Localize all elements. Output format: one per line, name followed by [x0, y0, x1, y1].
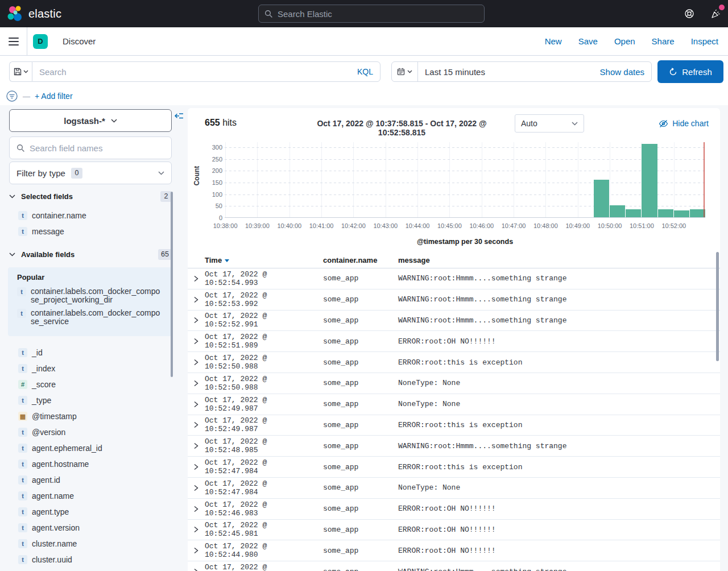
table-row: Oct 17, 2022 @ 10:52:45.981some_appERROR… — [188, 520, 720, 541]
field-item-_id[interactable]: t_id — [9, 345, 172, 361]
column-header-message[interactable]: message — [398, 256, 720, 264]
open-button[interactable]: Open — [614, 36, 635, 46]
filter-icon[interactable] — [6, 90, 18, 102]
field-search-input[interactable]: Search field names — [9, 136, 172, 159]
string-field-icon: t — [18, 444, 27, 453]
field-item-@timestamp[interactable]: ▦@timestamp — [9, 408, 172, 424]
field-item-agent.name[interactable]: tagent.name — [9, 488, 172, 504]
field-item-_type[interactable]: t_type — [9, 392, 172, 408]
field-item-agent.type[interactable]: tagent.type — [9, 504, 172, 520]
filter-by-type-button[interactable]: Filter by type 0 — [9, 162, 172, 184]
x-axis-tick-label: 10:45:00 — [431, 222, 468, 229]
expand-row-button[interactable] — [188, 442, 205, 449]
field-name: cluster.name — [32, 539, 77, 548]
search-icon — [16, 144, 25, 152]
histogram-bar[interactable] — [658, 209, 673, 218]
search-query-input[interactable]: Search KQL — [32, 61, 380, 82]
expand-row-button[interactable] — [188, 464, 205, 470]
field-item-agent.ephemeral_id[interactable]: tagent.ephemeral_id — [9, 440, 172, 456]
filter-divider: — — [23, 92, 30, 101]
current-time-marker — [704, 142, 705, 217]
newsfeed-button[interactable] — [710, 8, 721, 19]
table-row: Oct 17, 2022 @ 10:52:52.991some_appWARNI… — [188, 311, 720, 332]
sort-descending-icon[interactable] — [225, 259, 229, 262]
expand-row-button[interactable] — [188, 359, 205, 366]
interval-select[interactable]: Auto — [515, 114, 584, 133]
histogram-bar[interactable] — [626, 209, 641, 218]
expand-row-button[interactable] — [188, 317, 205, 324]
table-row: Oct 17, 2022 @ 10:52:47.984some_appNoneT… — [188, 478, 720, 499]
histogram-bar[interactable] — [594, 180, 609, 217]
field-item-agent.hostname[interactable]: tagent.hostname — [9, 456, 172, 472]
help-button[interactable] — [684, 8, 695, 19]
chevron-right-icon — [193, 338, 199, 345]
x-axis-tick-label: 10:46:00 — [464, 222, 500, 229]
expand-row-button[interactable] — [188, 547, 205, 554]
field-item-_index[interactable]: t_index — [9, 361, 172, 376]
field-item-container.name[interactable]: tcontainer.name — [9, 208, 172, 224]
index-pattern-selector[interactable]: logstash-* — [9, 109, 172, 132]
popular-label: Popular — [8, 273, 172, 282]
app-navbar: D Discover New Save Open Share Inspect — [0, 27, 728, 56]
collapse-sidebar-button[interactable] — [174, 111, 184, 121]
chevron-right-icon — [193, 421, 199, 428]
chevron-down-icon — [158, 171, 164, 175]
field-item-agent.id[interactable]: tagent.id — [9, 472, 172, 488]
expand-row-button[interactable] — [188, 275, 205, 282]
expand-row-button[interactable] — [188, 485, 205, 491]
hide-chart-button[interactable]: Hide chart — [659, 119, 709, 128]
expand-row-button[interactable] — [188, 380, 205, 387]
field-item-container.labels.com_docker_compose_service[interactable]: tcontainer.labels.com_docker_compose_ser… — [8, 308, 172, 329]
field-item-container.labels.com_docker_compose_project_working_dir[interactable]: tcontainer.labels.com_docker_compose_pro… — [8, 286, 172, 308]
party-popper-icon — [710, 9, 721, 19]
refresh-button[interactable]: Refresh — [657, 60, 723, 83]
field-item-cluster.name[interactable]: tcluster.name — [9, 536, 172, 552]
histogram-bar[interactable] — [610, 205, 625, 217]
histogram-bar[interactable] — [674, 210, 689, 217]
expand-row-button[interactable] — [188, 296, 205, 303]
save-button[interactable]: Save — [578, 36, 598, 46]
chevron-down-icon — [407, 70, 412, 73]
share-button[interactable]: Share — [652, 36, 675, 46]
table-scrollbar[interactable] — [716, 252, 719, 361]
available-fields-accordion[interactable]: Available fields 65 — [9, 249, 172, 260]
expand-row-button[interactable] — [188, 506, 205, 512]
inspect-button[interactable]: Inspect — [691, 36, 718, 46]
expand-row-button[interactable] — [188, 421, 205, 428]
chevron-right-icon — [193, 401, 199, 408]
menu-button[interactable] — [0, 27, 27, 56]
field-item-message[interactable]: tmessage — [9, 224, 172, 239]
field-item-cluster.uuid[interactable]: tcluster.uuid — [9, 552, 172, 568]
expand-row-button[interactable] — [188, 401, 205, 408]
field-item-@version[interactable]: t@version — [9, 424, 172, 440]
saved-query-menu-button[interactable] — [9, 61, 32, 82]
cell-message: ERROR:root:this is exception — [398, 421, 720, 429]
hits-label: hits — [222, 118, 237, 127]
kql-language-button[interactable]: KQL — [357, 67, 373, 76]
column-header-time[interactable]: Time — [205, 256, 323, 264]
expand-row-button[interactable] — [188, 526, 205, 533]
field-item-_score[interactable]: #_score — [9, 376, 172, 392]
time-range-value[interactable]: Last 15 minutes — [425, 67, 600, 77]
chart-horizontal-gridline — [225, 206, 705, 206]
sidebar-scrollbar[interactable] — [171, 192, 173, 377]
add-filter-button[interactable]: + Add filter — [35, 92, 73, 101]
expand-row-button[interactable] — [188, 338, 205, 345]
histogram-bar[interactable] — [690, 209, 705, 217]
cell-container-name: some_app — [323, 421, 398, 429]
show-dates-button[interactable]: Show dates — [600, 67, 644, 77]
documents-table: Timecontainer.namemessageOct 17, 2022 @ … — [188, 252, 720, 571]
chevron-right-icon — [193, 526, 199, 533]
column-header-container-name[interactable]: container.name — [323, 256, 398, 264]
field-item-container.id[interactable]: tcontainer.id — [9, 568, 172, 571]
global-search-input[interactable]: Search Elastic — [258, 5, 485, 23]
new-button[interactable]: New — [545, 36, 562, 46]
date-quick-menu-button[interactable] — [392, 62, 418, 81]
histogram-bar[interactable] — [642, 144, 657, 217]
selected-fields-accordion[interactable]: Selected fields 2 — [9, 191, 172, 202]
chevron-down-icon — [9, 195, 15, 198]
expand-row-button[interactable] — [188, 568, 205, 571]
field-item-agent.version[interactable]: tagent.version — [9, 520, 172, 536]
elastic-logo[interactable]: elastic — [7, 5, 61, 22]
string-field-icon: t — [17, 287, 26, 296]
